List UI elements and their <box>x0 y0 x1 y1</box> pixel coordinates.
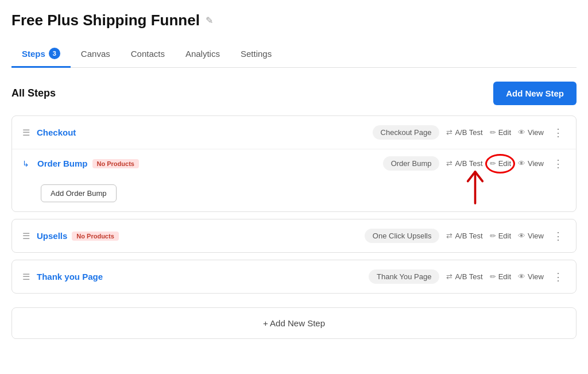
tab-analytics[interactable]: Analytics <box>175 42 230 67</box>
upsells-type-badge: One Click Upsells <box>365 229 440 243</box>
upsells-more-btn[interactable]: ⋮ <box>551 230 566 242</box>
tabs-row: Steps 3 Canvas Contacts Analytics Settin… <box>11 41 577 68</box>
thank-you-drag-icon: ☰ <box>22 272 30 282</box>
order-bump-view-btn[interactable]: 👁 View <box>518 159 544 168</box>
all-steps-title: All Steps <box>11 87 56 99</box>
order-bump-step-name[interactable]: Order Bump <box>37 159 88 168</box>
upsells-step-name[interactable]: Upsells <box>37 231 67 241</box>
checkout-step-row: ☰ Checkout Checkout Page ⇄ A/B Test ✏ Ed… <box>12 116 576 149</box>
upsells-name-area: Upsells No Products <box>37 231 358 241</box>
ab-icon-ty: ⇄ <box>446 272 452 281</box>
eye-icon: 👁 <box>518 128 525 137</box>
add-new-step-button[interactable]: Add New Step <box>493 82 577 105</box>
page-title-edit-icon[interactable]: ✎ <box>206 15 213 26</box>
checkout-name-area: Checkout <box>37 128 366 137</box>
tab-canvas[interactable]: Canvas <box>71 42 121 67</box>
checkout-ab-test-btn[interactable]: ⇄ A/B Test <box>446 128 482 137</box>
upsells-ab-test-btn[interactable]: ⇄ A/B Test <box>446 232 482 240</box>
steps-badge: 3 <box>49 48 60 59</box>
order-bump-ab-test-btn[interactable]: ⇄ A/B Test <box>446 159 482 168</box>
ab-icon-up: ⇄ <box>446 232 452 240</box>
page-title: Free Plus Shipping Funnel <box>11 11 200 29</box>
upsells-card: ☰ Upsells No Products One Click Upsells … <box>11 219 577 253</box>
order-bump-type-badge: Order Bump <box>383 156 440 171</box>
steps-container: ☰ Checkout Checkout Page ⇄ A/B Test ✏ Ed… <box>11 115 577 339</box>
ab-icon-ob: ⇄ <box>446 159 452 168</box>
add-new-step-bottom[interactable]: + Add New Step <box>11 307 577 339</box>
thank-you-ab-test-btn[interactable]: ⇄ A/B Test <box>446 272 482 281</box>
checkout-more-btn[interactable]: ⋮ <box>551 126 566 139</box>
tab-settings[interactable]: Settings <box>230 42 282 67</box>
order-bump-edit-wrapper: ✏ Edit <box>490 159 511 168</box>
order-bump-no-products-badge: No Products <box>92 159 139 168</box>
thank-you-type-badge: Thank You Page <box>369 269 439 284</box>
ab-icon: ⇄ <box>446 128 452 137</box>
order-bump-edit-btn[interactable]: ✏ Edit <box>490 159 511 168</box>
checkout-view-btn[interactable]: 👁 View <box>518 128 544 137</box>
upsells-view-btn[interactable]: 👁 View <box>518 232 544 240</box>
add-order-bump-area: Add Order Bump <box>12 171 576 211</box>
eye-icon-ob: 👁 <box>518 159 525 168</box>
add-order-bump-button[interactable]: Add Order Bump <box>41 184 117 202</box>
thank-you-actions: ⇄ A/B Test ✏ Edit 👁 View ⋮ <box>446 271 566 283</box>
checkout-drag-icon: ☰ <box>22 128 30 138</box>
order-bump-more-btn[interactable]: ⋮ <box>551 157 566 170</box>
all-steps-header: All Steps Add New Step <box>11 82 577 105</box>
checkout-step-name[interactable]: Checkout <box>37 128 76 137</box>
thank-you-edit-btn[interactable]: ✏ Edit <box>490 272 511 281</box>
indent-arrow-icon: ↳ <box>22 159 29 168</box>
edit-pencil-icon-ob: ✏ <box>490 159 496 168</box>
edit-pencil-icon-ty: ✏ <box>490 272 496 281</box>
eye-icon-up: 👁 <box>518 232 525 240</box>
upsells-actions: ⇄ A/B Test ✏ Edit 👁 View ⋮ <box>446 230 566 242</box>
checkout-card: ☰ Checkout Checkout Page ⇄ A/B Test ✏ Ed… <box>11 115 577 212</box>
tab-steps[interactable]: Steps 3 <box>11 41 71 68</box>
order-bump-name-area: Order Bump No Products <box>37 159 376 168</box>
eye-icon-ty: 👁 <box>518 272 525 281</box>
upsells-step-row: ☰ Upsells No Products One Click Upsells … <box>12 219 576 252</box>
checkout-type-badge: Checkout Page <box>373 125 440 140</box>
order-bump-actions: ⇄ A/B Test ✏ Edit 👁 View ⋮ <box>446 157 566 170</box>
thank-you-view-btn[interactable]: 👁 View <box>518 272 544 281</box>
upsells-no-products-badge: No Products <box>72 232 118 241</box>
tab-contacts[interactable]: Contacts <box>121 42 175 67</box>
thank-you-card: ☰ Thank you Page Thank You Page ⇄ A/B Te… <box>11 260 577 294</box>
upsells-drag-icon: ☰ <box>22 231 30 241</box>
edit-pencil-icon: ✏ <box>490 128 496 137</box>
edit-pencil-icon-up: ✏ <box>490 232 496 240</box>
upsells-edit-btn[interactable]: ✏ Edit <box>490 232 511 240</box>
order-bump-row: ↳ Order Bump No Products Order Bump ⇄ A/… <box>12 149 576 171</box>
checkout-actions: ⇄ A/B Test ✏ Edit 👁 View ⋮ <box>446 126 566 139</box>
thank-you-name-area: Thank you Page <box>37 272 362 282</box>
thank-you-step-row: ☰ Thank you Page Thank You Page ⇄ A/B Te… <box>12 260 576 293</box>
thank-you-more-btn[interactable]: ⋮ <box>551 271 566 283</box>
checkout-edit-btn[interactable]: ✏ Edit <box>490 128 511 137</box>
thank-you-step-name[interactable]: Thank you Page <box>37 272 103 282</box>
